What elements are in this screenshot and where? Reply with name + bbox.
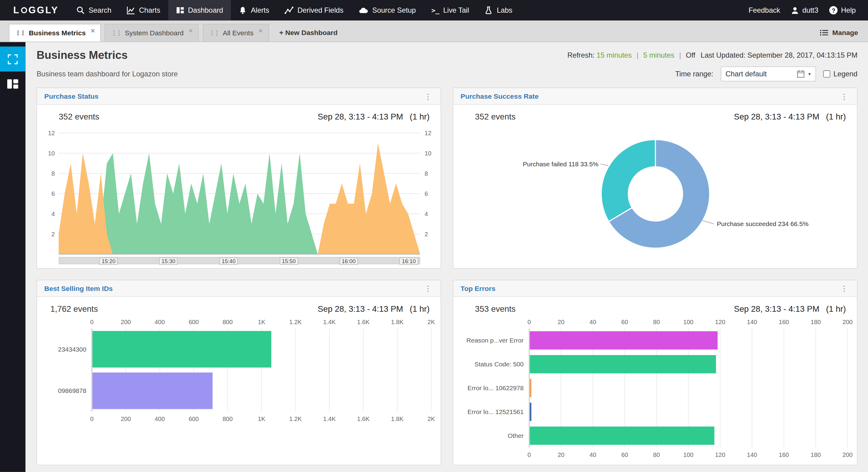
top-errors-chart[interactable]: 0020204040606080801001001201201401401601…	[453, 318, 857, 465]
purchase-status-chart[interactable]: 224466881010121215:2015:3015:4015:5016:0…	[37, 125, 441, 268]
close-icon[interactable]: ×	[91, 25, 95, 35]
svg-text:60: 60	[621, 319, 628, 325]
close-icon[interactable]: ×	[188, 25, 193, 35]
panel-title: Purchase Success Rate	[461, 92, 539, 100]
fullscreen-button[interactable]	[0, 47, 25, 71]
nav-live-tail[interactable]: >_ Live Tail	[424, 0, 477, 21]
nav-alerts[interactable]: Alerts	[231, 0, 277, 21]
svg-text:Error lo... 10622978: Error lo... 10622978	[467, 384, 524, 391]
refresh-off-option[interactable]: Off	[686, 51, 695, 59]
logo-o-icon	[21, 7, 27, 13]
nav-labs[interactable]: Labs	[477, 0, 520, 21]
feedback-link[interactable]: Feedback	[749, 6, 780, 14]
svg-text:Purchase succeeded 234 66.5%: Purchase succeeded 234 66.5%	[717, 220, 809, 227]
svg-text:200: 200	[842, 319, 852, 325]
panel-menu-icon[interactable]: ⋮	[422, 92, 433, 100]
svg-text:100: 100	[683, 319, 694, 325]
nav-charts[interactable]: Charts	[119, 0, 168, 21]
refresh-5-link[interactable]: 5 minutes	[643, 51, 674, 59]
refresh-15-link[interactable]: 15 minutes	[596, 51, 632, 59]
tab-all-events[interactable]: ⋮⋮ All Events ×	[203, 24, 269, 42]
date-range: Sep 28, 3:13 - 4:13 PM	[318, 304, 403, 314]
nav-label: Charts	[139, 6, 160, 14]
tab-label: System Dashboard	[125, 29, 184, 37]
legend-toggle[interactable]: Legend	[823, 70, 858, 78]
tab-label: Business Metrics	[29, 29, 86, 37]
panel-meta: 1,762 events Sep 28, 3:13 - 4:13 PM(1 hr…	[37, 297, 441, 318]
nav-search[interactable]: Search	[69, 0, 119, 21]
panel-best-selling-item-ids: Best Selling Item IDs ⋮ 1,762 events Sep…	[36, 280, 441, 465]
svg-text:23434300: 23434300	[58, 346, 86, 353]
svg-text:80: 80	[653, 451, 660, 458]
nav-label: Alerts	[251, 6, 269, 14]
tab-system-dashboard[interactable]: ⋮⋮ System Dashboard ×	[105, 24, 199, 42]
svg-text:2: 2	[51, 231, 55, 237]
purchase-success-rate-chart[interactable]: Purchase failed 118 33.5%Purchase succee…	[453, 125, 857, 268]
svg-text:1.8K: 1.8K	[391, 416, 404, 422]
svg-text:200: 200	[842, 451, 852, 458]
panel-time-range: Sep 28, 3:13 - 4:13 PM(1 hr)	[318, 112, 430, 121]
svg-text:0: 0	[527, 319, 531, 325]
svg-text:12: 12	[48, 130, 55, 137]
svg-text:Error lo... 12521561: Error lo... 12521561	[467, 408, 524, 415]
dashboards-panel-button[interactable]	[0, 71, 25, 96]
legend-checkbox[interactable]	[823, 70, 830, 78]
svg-text:2K: 2K	[427, 416, 435, 422]
nav-label: Source Setup	[372, 6, 416, 14]
svg-text:4: 4	[51, 211, 55, 217]
best-selling-item-ids-chart[interactable]: 002002004004006006008008001K1K1.2K1.2K1.…	[37, 318, 441, 465]
labs-icon	[485, 6, 493, 14]
panel-title: Best Selling Item IDs	[44, 285, 113, 292]
svg-text:1.6K: 1.6K	[357, 416, 370, 422]
user-menu[interactable]: dutt3	[791, 6, 818, 14]
close-icon[interactable]: ×	[258, 25, 263, 35]
svg-text:2: 2	[425, 231, 428, 237]
panel-meta: 353 events Sep 28, 3:13 - 4:13 PM(1 hr)	[453, 297, 857, 318]
last-updated: Last Updated: September 28, 2017, 04:13:…	[701, 51, 858, 59]
svg-text:160: 160	[779, 451, 789, 458]
panel-meta: 352 events Sep 28, 3:13 - 4:13 PM(1 hr)	[37, 105, 441, 125]
legend-label: Legend	[833, 70, 858, 78]
svg-text:400: 400	[155, 319, 165, 325]
svg-text:09869878: 09869878	[58, 387, 86, 394]
new-dashboard-button[interactable]: + New Dashboard	[273, 24, 344, 42]
panel-menu-icon[interactable]: ⋮	[422, 285, 433, 292]
dashboard-icon	[176, 6, 184, 14]
help-menu[interactable]: ? Help	[829, 6, 856, 14]
source-setup-icon	[359, 6, 368, 14]
charts-icon	[127, 6, 135, 14]
svg-text:1.2K: 1.2K	[289, 416, 302, 422]
loggly-logo[interactable]: L GGLY	[0, 0, 69, 21]
nav-source-setup[interactable]: Source Setup	[351, 0, 424, 21]
tab-business-metrics[interactable]: ⋮⋮ Business Metrics ×	[9, 24, 101, 42]
alerts-icon	[239, 6, 247, 14]
svg-text:1K: 1K	[258, 319, 266, 325]
panel-header: Top Errors ⋮	[453, 281, 857, 297]
dashboards-icon	[7, 79, 19, 88]
panel-menu-icon[interactable]: ⋮	[839, 285, 850, 292]
nav-dashboard[interactable]: Dashboard	[168, 0, 231, 21]
svg-text:8: 8	[425, 170, 428, 177]
date-range: Sep 28, 3:13 - 4:13 PM	[734, 304, 819, 314]
refresh-controls: Refresh: 15 minutes | 5 minutes | Off La…	[567, 51, 858, 59]
svg-text:100: 100	[683, 451, 694, 458]
dashboard-content: Business Metrics Refresh: 15 minutes | 5…	[25, 42, 868, 472]
logo-text-suffix: GGLY	[28, 5, 59, 16]
svg-text:400: 400	[155, 416, 165, 422]
nav-derived-fields[interactable]: Derived Fields	[277, 0, 351, 21]
top-nav: L GGLY Search Charts Dashboard Alerts	[0, 0, 868, 21]
svg-text:120: 120	[715, 319, 725, 325]
svg-text:1.8K: 1.8K	[391, 319, 404, 325]
panel-menu-icon[interactable]: ⋮	[839, 92, 850, 100]
svg-text:6: 6	[425, 190, 428, 197]
time-range-select[interactable]: Chart default ▾	[720, 66, 816, 82]
manage-button[interactable]: Manage	[820, 29, 858, 36]
svg-text:140: 140	[747, 451, 757, 458]
tab-label: All Events	[223, 29, 253, 37]
panel-title: Top Errors	[461, 285, 496, 292]
drag-grip-icon: ⋮⋮	[111, 30, 121, 36]
svg-text:1.2K: 1.2K	[289, 319, 302, 325]
svg-text:40: 40	[590, 319, 596, 325]
svg-text:200: 200	[121, 319, 131, 325]
time-range-label: Time range:	[675, 70, 713, 78]
